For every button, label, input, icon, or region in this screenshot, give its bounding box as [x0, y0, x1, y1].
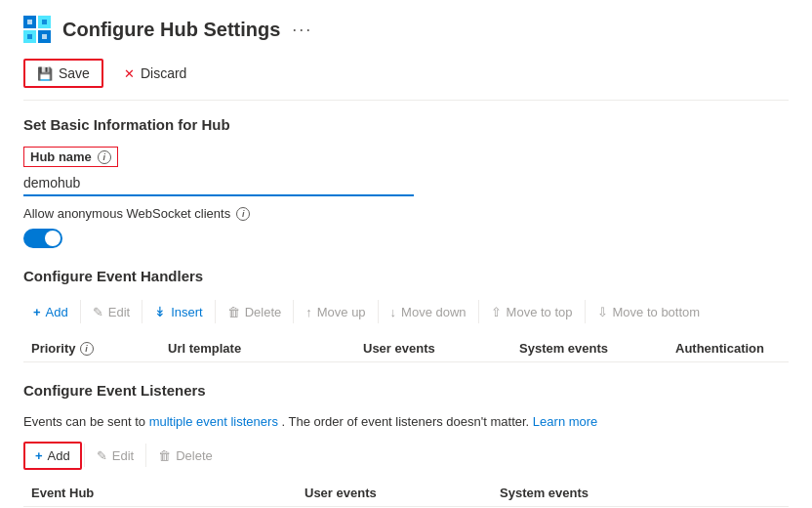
svg-rect-7	[42, 34, 47, 39]
col-system-events-label: System events	[519, 341, 608, 356]
col-authentication: Authentication	[668, 341, 812, 356]
delete-label: Delete	[245, 305, 282, 319]
event-listeners-section: Configure Event Listeners Events can be …	[23, 382, 789, 507]
col-priority: Priority i	[23, 341, 160, 356]
delete-handler-button[interactable]: 🗑 Delete	[218, 299, 292, 325]
edit-icon: ✎	[93, 305, 103, 319]
event-handlers-section: Configure Event Handlers + Add ✎ Edit ↡ …	[23, 268, 789, 362]
discard-label: Discard	[141, 65, 186, 81]
add-listener-button[interactable]: + Add	[23, 442, 82, 470]
col-user-events: User events	[355, 341, 511, 356]
delete-listener-icon: 🗑	[158, 448, 171, 463]
delete-icon: 🗑	[227, 305, 240, 319]
hub-name-label-box: Hub name i	[23, 147, 118, 167]
app-icon	[23, 16, 51, 43]
move-to-top-label: Move to top	[507, 305, 573, 319]
insert-handler-button[interactable]: ↡ Insert	[144, 298, 213, 325]
event-listeners-description: Events can be sent to multiple event lis…	[23, 412, 789, 432]
svg-rect-5	[42, 20, 47, 24]
sep3	[215, 300, 216, 323]
move-to-top-icon: ⇧	[491, 305, 502, 319]
main-toolbar: 💾 Save ✕ Discard	[23, 59, 789, 101]
edit-listener-label: Edit	[112, 448, 134, 463]
save-label: Save	[59, 65, 90, 81]
save-button[interactable]: 💾 Save	[23, 59, 103, 88]
col-listener-user-events: User events	[297, 486, 492, 500]
move-up-icon: ↑	[305, 305, 312, 319]
move-down-icon: ↓	[390, 305, 397, 319]
event-handlers-title: Configure Event Handlers	[23, 268, 789, 284]
col-url-template: Url template	[160, 341, 355, 356]
anonymous-label: Allow anonymous WebSocket clients	[23, 206, 230, 221]
sep2	[142, 300, 142, 323]
insert-label: Insert	[171, 305, 203, 319]
sep4	[293, 300, 294, 323]
add-listener-label: Add	[48, 448, 70, 463]
sep6	[478, 300, 479, 323]
move-down-button[interactable]: ↓ Move down	[381, 299, 476, 325]
multiple-listeners-link[interactable]: multiple event listeners	[149, 414, 278, 429]
handlers-grid-header: Priority i Url template User events Syst…	[23, 333, 789, 362]
edit-listener-icon: ✎	[97, 448, 107, 463]
hub-name-info-icon[interactable]: i	[98, 150, 111, 164]
discard-button[interactable]: ✕ Discard	[111, 60, 199, 87]
move-to-bottom-icon: ⇩	[597, 305, 608, 319]
insert-icon: ↡	[154, 304, 166, 319]
delete-listener-button[interactable]: 🗑 Delete	[148, 443, 223, 469]
add-icon: +	[33, 305, 41, 319]
anonymous-toggle[interactable]	[23, 229, 62, 248]
listeners-sep2	[145, 444, 146, 467]
sep1	[80, 300, 81, 323]
delete-listener-label: Delete	[176, 448, 213, 463]
hub-name-label: Hub name	[30, 149, 92, 164]
desc-part2: . The order of event listeners doesn't m…	[282, 414, 530, 429]
anonymous-info-icon[interactable]: i	[236, 207, 250, 221]
edit-handler-button[interactable]: ✎ Edit	[83, 299, 140, 325]
col-listener-system-events: System events	[492, 486, 687, 500]
move-down-label: Move down	[401, 305, 466, 319]
add-handler-button[interactable]: + Add	[23, 299, 78, 325]
col-event-hub: Event Hub	[23, 486, 297, 500]
move-to-bottom-label: Move to bottom	[613, 305, 701, 319]
col-listener-user-events-label: User events	[304, 486, 377, 500]
desc-part1: Events can be sent to	[23, 414, 145, 429]
col-url-label: Url template	[168, 341, 241, 356]
page-title: Configure Hub Settings	[62, 19, 280, 41]
more-options-button[interactable]: ···	[292, 20, 312, 40]
col-priority-label: Priority	[31, 341, 76, 356]
edit-listener-button[interactable]: ✎ Edit	[87, 443, 143, 469]
col-listener-system-events-label: System events	[500, 486, 589, 500]
save-icon: 💾	[37, 66, 53, 81]
basic-info-title: Set Basic Information for Hub	[23, 116, 789, 133]
move-up-label: Move up	[317, 305, 366, 319]
add-label: Add	[46, 305, 68, 319]
event-listeners-title: Configure Event Listeners	[23, 382, 789, 399]
listeners-grid-header: Event Hub User events System events	[23, 478, 789, 507]
anonymous-toggle-row: Allow anonymous WebSocket clients i	[23, 206, 789, 221]
discard-icon: ✕	[124, 66, 135, 81]
learn-more-link[interactable]: Learn more	[533, 414, 597, 429]
svg-rect-4	[27, 20, 32, 24]
listeners-toolbar: + Add ✎ Edit 🗑 Delete	[23, 442, 789, 470]
hub-name-wrapper	[23, 171, 414, 196]
svg-rect-6	[27, 34, 32, 39]
priority-info-icon[interactable]: i	[80, 342, 94, 356]
col-event-hub-label: Event Hub	[31, 486, 94, 500]
move-to-bottom-button[interactable]: ⇩ Move to bottom	[588, 299, 710, 325]
move-up-button[interactable]: ↑ Move up	[296, 299, 375, 325]
event-handlers-toolbar: + Add ✎ Edit ↡ Insert 🗑 Delete ↑ Move up	[23, 298, 789, 325]
add-listener-icon: +	[35, 448, 43, 463]
hub-name-input[interactable]	[23, 171, 414, 196]
sep7	[585, 300, 586, 323]
edit-label: Edit	[108, 305, 130, 319]
sep5	[378, 300, 379, 323]
toggle-slider	[23, 229, 62, 248]
basic-info-section: Set Basic Information for Hub Hub name i…	[23, 116, 789, 248]
listeners-sep1	[84, 444, 85, 467]
col-user-events-label: User events	[363, 341, 435, 356]
col-system-events: System events	[511, 341, 668, 356]
col-auth-label: Authentication	[675, 341, 764, 356]
move-to-top-button[interactable]: ⇧ Move to top	[481, 299, 583, 325]
